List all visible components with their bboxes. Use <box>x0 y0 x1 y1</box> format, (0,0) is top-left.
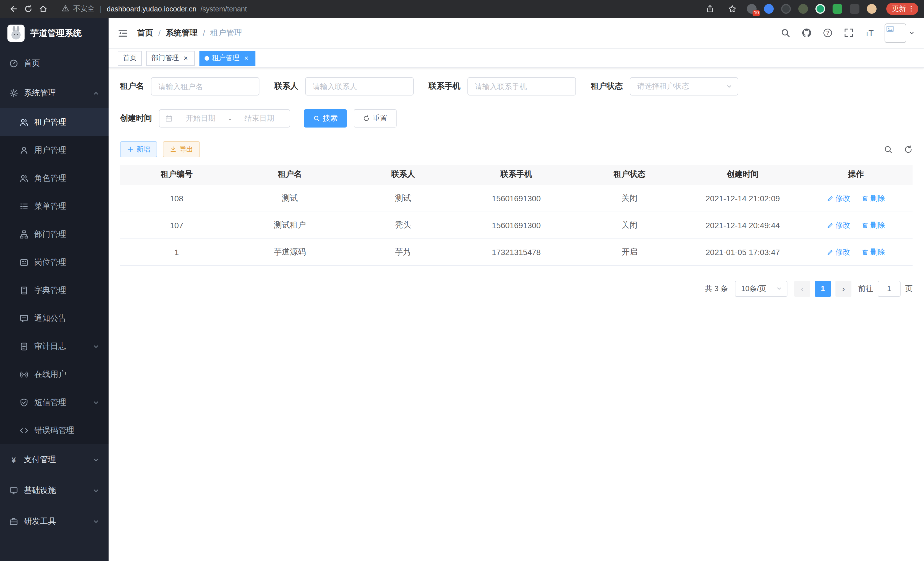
app-logo[interactable]: 芋道管理系统 <box>0 18 109 49</box>
edit-link[interactable]: 修改 <box>827 220 850 230</box>
table-row: 1 芋道源码 芋艿 17321315478 开启 2021-01-05 17:0… <box>120 238 913 265</box>
sidebar-item-audit-log[interactable]: 审计日志 <box>0 332 109 360</box>
sidebar-item-dept[interactable]: 部门管理 <box>0 220 109 248</box>
yen-icon: ¥ <box>9 455 18 464</box>
chrome-update-button[interactable]: 更新 <box>886 3 918 15</box>
font-size-icon[interactable]: TT <box>865 28 873 38</box>
puzzle-extensions-icon[interactable] <box>850 4 860 14</box>
breadcrumb: 首页 / 系统管理 / 租户管理 <box>137 28 242 38</box>
broadcast-icon <box>20 370 28 379</box>
delete-link[interactable]: 删除 <box>862 193 885 203</box>
breadcrumb-system[interactable]: 系统管理 <box>166 28 198 38</box>
sidebar-item-dict[interactable]: 字典管理 <box>0 276 109 304</box>
status-label: 租户状态 <box>591 81 623 92</box>
chevron-down-icon <box>93 518 99 525</box>
date-separator: - <box>229 114 231 123</box>
col-created-at: 创建时间 <box>686 165 799 185</box>
status-select[interactable]: 请选择租户状态 <box>630 77 738 96</box>
fullscreen-icon[interactable] <box>844 28 854 38</box>
search-icon[interactable] <box>781 28 790 38</box>
sidebar-item-dev-tools[interactable]: 研发工具 <box>0 506 109 537</box>
cell-actions: 修改 删除 <box>800 238 913 265</box>
sidebar-item-label: 系统管理 <box>24 88 56 98</box>
close-icon[interactable]: × <box>182 54 190 62</box>
reset-button-label: 重置 <box>373 113 387 123</box>
page-number-button[interactable]: 1 <box>815 281 831 296</box>
sidebar-item-online-user[interactable]: 在线用户 <box>0 360 109 388</box>
profile-avatar[interactable] <box>867 4 877 14</box>
github-icon[interactable] <box>802 28 812 38</box>
tab-dept[interactable]: 部门管理 × <box>146 51 195 65</box>
start-date-placeholder: 开始日期 <box>176 113 225 123</box>
pagination: 共 3 条 10条/页 ‹ 1 › 前往 页 <box>120 281 913 296</box>
back-icon[interactable] <box>6 3 21 15</box>
extension-icon-4[interactable] <box>798 4 808 14</box>
add-button-label: 新增 <box>136 144 150 154</box>
sidebar-item-sms[interactable]: 短信管理 <box>0 388 109 416</box>
app-title: 芋道管理系统 <box>30 28 82 39</box>
address-bar[interactable]: 不安全 | dashboard.yudao.iocoder.cn/system/… <box>62 4 247 14</box>
home-icon[interactable] <box>35 3 50 15</box>
toolbox-icon <box>9 517 18 526</box>
reset-button[interactable]: 重置 <box>354 109 397 128</box>
sidebar-item-notice[interactable]: 通知公告 <box>0 304 109 332</box>
add-button[interactable]: 新增 <box>120 141 157 157</box>
col-contact: 联系人 <box>346 165 460 185</box>
export-button[interactable]: 导出 <box>163 141 200 157</box>
mobile-input[interactable] <box>467 77 576 96</box>
delete-link[interactable]: 删除 <box>862 247 885 257</box>
extension-icon-5[interactable] <box>815 4 825 14</box>
sidebar-item-role[interactable]: 角色管理 <box>0 164 109 192</box>
user-avatar-menu[interactable] <box>885 23 915 43</box>
contact-label: 联系人 <box>274 81 298 92</box>
sidebar-item-system[interactable]: 系统管理 <box>0 78 109 108</box>
goto-page-input[interactable] <box>878 281 901 296</box>
extension-icon-6[interactable] <box>832 4 842 14</box>
extension-icon-2[interactable] <box>764 4 774 14</box>
toggle-search-icon[interactable] <box>884 145 892 153</box>
extension-icon-1[interactable]: 10 <box>747 4 757 14</box>
cell-id: 108 <box>120 185 233 212</box>
refresh-icon[interactable] <box>21 3 35 15</box>
page-size-select[interactable]: 10条/页 <box>735 281 788 296</box>
contact-input[interactable] <box>305 77 414 96</box>
sidebar-item-error-code[interactable]: 错误码管理 <box>0 416 109 444</box>
close-icon[interactable]: × <box>242 54 250 62</box>
extension-icon-3[interactable] <box>781 4 791 14</box>
sidebar-item-infrastructure[interactable]: 基础设施 <box>0 475 109 506</box>
bookmark-star-icon[interactable] <box>724 3 740 15</box>
sidebar-item-payment[interactable]: ¥ 支付管理 <box>0 444 109 475</box>
cell-created-at: 2021-12-14 21:02:09 <box>686 185 799 212</box>
tab-home[interactable]: 首页 <box>118 51 142 65</box>
sidebar-item-menu[interactable]: 菜单管理 <box>0 192 109 220</box>
sidebar-item-label: 错误码管理 <box>34 425 74 435</box>
org-chart-icon <box>20 230 28 239</box>
shield-icon <box>20 398 28 407</box>
sidebar-item-tenant[interactable]: 租户管理 <box>0 108 109 136</box>
help-icon[interactable]: ? <box>823 28 832 38</box>
cell-status: 关闭 <box>573 185 686 212</box>
next-page-button[interactable]: › <box>836 281 851 296</box>
sidebar-item-user[interactable]: 用户管理 <box>0 136 109 164</box>
sidebar-item-label: 审计日志 <box>34 341 66 351</box>
delete-link[interactable]: 删除 <box>862 220 885 230</box>
search-button[interactable]: 搜索 <box>304 109 347 128</box>
delete-label: 删除 <box>870 193 885 203</box>
prev-page-button[interactable]: ‹ <box>794 281 810 296</box>
sidebar-item-post[interactable]: 岗位管理 <box>0 248 109 276</box>
cell-contact: 测试 <box>346 185 460 212</box>
breadcrumb-home[interactable]: 首页 <box>137 28 153 38</box>
chevron-down-icon <box>776 285 782 292</box>
share-icon[interactable] <box>702 3 717 15</box>
cell-mobile: 17321315478 <box>460 238 573 265</box>
sidebar-item-home[interactable]: 首页 <box>0 49 109 78</box>
tenant-name-input[interactable] <box>151 77 260 96</box>
tab-tenant[interactable]: 租户管理 × <box>200 51 255 65</box>
code-icon <box>20 426 28 435</box>
refresh-table-icon[interactable] <box>904 145 913 153</box>
menu-fold-icon[interactable] <box>118 28 128 38</box>
sidebar-item-label: 用户管理 <box>34 145 66 155</box>
date-range-picker[interactable]: 开始日期 - 结束日期 <box>159 109 290 128</box>
edit-link[interactable]: 修改 <box>827 247 850 257</box>
edit-link[interactable]: 修改 <box>827 193 850 203</box>
